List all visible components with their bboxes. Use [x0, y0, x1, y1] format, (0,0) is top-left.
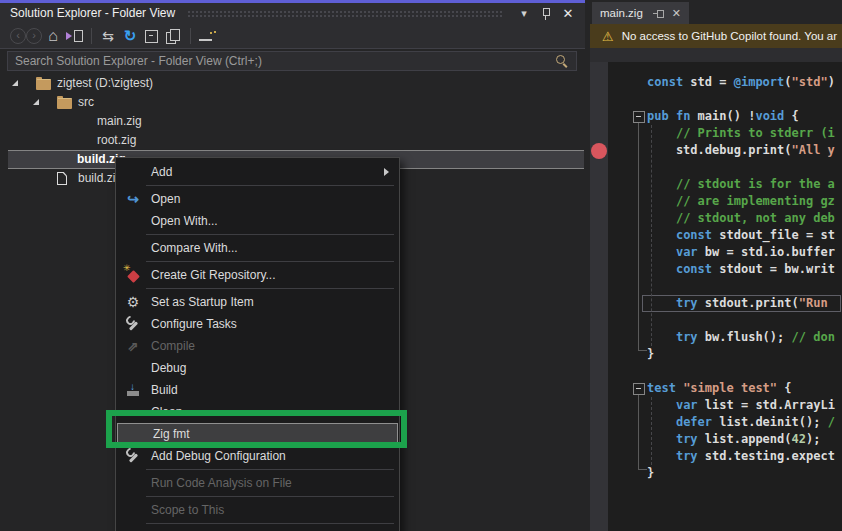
menu-item-configure-tasks[interactable]: Configure Tasks [116, 313, 399, 335]
search-input[interactable] [8, 54, 554, 68]
editor-tab-bar: main.zig ✕ [590, 0, 842, 24]
code-token: @import [734, 75, 785, 89]
code-token [647, 228, 676, 242]
tab-main-zig[interactable]: main.zig ✕ [592, 2, 689, 24]
collapse-toggle-icon[interactable] [633, 383, 645, 395]
menu-item-label: Open [151, 192, 180, 206]
back-icon[interactable]: ‹ [10, 28, 26, 44]
code-line[interactable]: std.debug.print("All y [647, 142, 835, 159]
wrench-icon [124, 448, 142, 464]
search-icon[interactable] [554, 53, 570, 69]
tree-item-main-zig[interactable]: main.zig [0, 112, 585, 131]
titlebar-drag-texture[interactable] [187, 10, 503, 19]
code-line[interactable]: defer list.deinit(); / [647, 414, 835, 431]
code-token: try [676, 330, 698, 344]
editor-header-band [590, 48, 842, 62]
pin-icon[interactable] [541, 7, 551, 20]
code-line[interactable]: // Prints to stderr (i [647, 125, 835, 142]
menu-item-add-debug-configuration[interactable]: Add Debug Configuration [116, 445, 399, 467]
code-line[interactable]: try bw.flush(); // don [647, 329, 835, 346]
menu-item-label: Zig fmt [153, 427, 190, 441]
menu-item-run-code-analysis-on-file[interactable]: Run Code Analysis on File [116, 472, 399, 494]
code-line[interactable] [647, 312, 835, 329]
code-line[interactable]: try stdout.print("Run [647, 295, 835, 312]
menu-item-add[interactable]: Add [116, 161, 399, 183]
close-icon[interactable]: ✕ [561, 6, 575, 20]
menu-item-zig-fmt[interactable]: Zig fmt [117, 423, 398, 445]
code-line[interactable]: // stdout is for the a [647, 176, 835, 193]
tab-pin-icon[interactable] [653, 8, 664, 18]
code-line[interactable] [647, 278, 835, 295]
forward-icon[interactable]: › [26, 28, 42, 44]
breakpoint-icon[interactable] [591, 143, 607, 159]
code-line[interactable] [647, 91, 835, 108]
open-icon [124, 191, 142, 207]
home-icon[interactable] [42, 27, 64, 45]
panel-title: Solution Explorer - Folder View [0, 6, 175, 20]
expanded-arrow-icon[interactable] [33, 99, 39, 105]
code-token [647, 432, 676, 446]
menu-item-compare-with[interactable]: Compare With... [116, 237, 399, 259]
show-all-files-icon[interactable] [163, 27, 185, 45]
code-token: "std" [792, 75, 828, 89]
arrow-shape [66, 32, 72, 40]
menu-item-compile[interactable]: Compile [116, 335, 399, 357]
code-token: list.append( [698, 432, 792, 446]
code-line[interactable]: var bw = std.io.buffer [647, 244, 835, 261]
sync-with-active-document-icon[interactable] [64, 27, 86, 45]
code-line[interactable] [647, 159, 835, 176]
code-token [647, 126, 676, 140]
breakpoint-gutter[interactable] [590, 62, 608, 531]
code-line[interactable]: } [647, 465, 835, 482]
menu-item-scope-to-this[interactable]: Scope to This [116, 499, 399, 521]
collapse-toggle-icon[interactable] [633, 111, 645, 123]
code-token: ( [784, 75, 791, 89]
code-token: try [676, 432, 698, 446]
base-shape [127, 391, 139, 396]
code-token: { [784, 109, 798, 123]
code-content[interactable]: const std = @import("std")pub fn main() … [647, 74, 835, 482]
tree-item-src[interactable]: src [0, 93, 585, 112]
tree-item-label: src [78, 95, 94, 109]
menu-item-item[interactable] [116, 526, 399, 531]
code-line[interactable]: try list.append(42); [647, 431, 835, 448]
expanded-arrow-icon[interactable] [12, 80, 18, 86]
code-token: std = [683, 75, 734, 89]
code-line[interactable]: const stdout = bw.writ [647, 261, 835, 278]
menu-item-debug[interactable]: Debug [116, 357, 399, 379]
solution-explorer-toolbar: ‹› [0, 23, 585, 49]
switch-views-icon[interactable] [97, 27, 119, 45]
menu-item-label: Debug [151, 361, 186, 375]
collapse-all-icon[interactable] [141, 27, 163, 45]
menu-item-label: Configure Tasks [151, 317, 237, 331]
refresh-icon[interactable] [119, 27, 141, 45]
code-line[interactable]: // stdout, not any deb [647, 210, 835, 227]
code-line[interactable]: pub fn main() !void { [647, 108, 835, 125]
code-line[interactable]: } [647, 346, 835, 363]
code-token: defer [676, 415, 712, 429]
menu-item-open-with[interactable]: Open With... [116, 210, 399, 232]
code-line[interactable] [647, 363, 835, 380]
code-token [647, 415, 676, 429]
menu-item-build[interactable]: ↓Build [116, 379, 399, 401]
code-line[interactable]: const stdout_file = st [647, 227, 835, 244]
code-line[interactable]: test "simple test" { [647, 380, 835, 397]
code-line[interactable]: const std = @import("std") [647, 74, 835, 91]
tab-close-icon[interactable]: ✕ [672, 7, 681, 20]
code-line[interactable]: var list = std.ArrayLi [647, 397, 835, 414]
solution-explorer-titlebar[interactable]: Solution Explorer - Folder View ▾ ✕ [0, 3, 585, 23]
menu-item-create-git-repository[interactable]: ✳Create Git Repository... [116, 264, 399, 286]
copilot-warning-bar[interactable]: ⚠ No access to GitHub Copilot found. You… [590, 24, 842, 48]
menu-item-open[interactable]: Open [116, 188, 399, 210]
tree-item-root-zig[interactable]: root.zig [0, 131, 585, 150]
preview-selected-items-icon[interactable] [196, 27, 218, 45]
menu-item-set-as-startup-item[interactable]: Set as Startup Item [116, 291, 399, 313]
code-line[interactable]: // are implementing gz [647, 193, 835, 210]
tree-item-zigtest-d-zigtest[interactable]: zigtest (D:\zigtest) [0, 74, 585, 93]
code-token: void [755, 109, 784, 123]
code-token: ); [806, 432, 820, 446]
window-position-icon[interactable]: ▾ [517, 6, 531, 20]
menu-item-clean[interactable]: Clean [116, 401, 399, 423]
code-line[interactable]: try std.testing.expect [647, 448, 835, 465]
code-token: // are implementing gz [676, 194, 835, 208]
